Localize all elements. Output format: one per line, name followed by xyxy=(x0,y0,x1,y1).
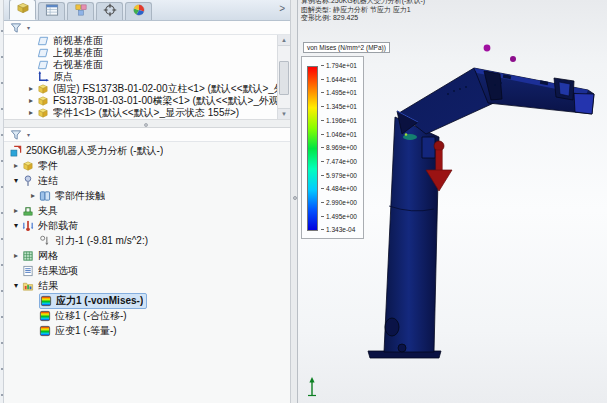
tree-item-label: 连结 xyxy=(38,174,58,188)
legend-value: 1.196e+01 xyxy=(321,118,357,125)
study-tree-item[interactable]: ▾外部载荷 xyxy=(4,218,290,233)
study-tree-item[interactable]: 位移1 (-合位移-) xyxy=(4,308,290,323)
legend-value: 4.484e+00 xyxy=(321,186,357,193)
mesh-icon xyxy=(22,249,35,262)
tab-feature-manager[interactable] xyxy=(9,0,36,20)
resultopts-icon xyxy=(22,264,35,277)
tree-item-label: 应变1 (-等量-) xyxy=(55,324,117,338)
contact-icon xyxy=(39,189,52,202)
filter-caret-icon: ▾ xyxy=(27,25,30,31)
legend-value: 1.644e+01 xyxy=(321,77,357,84)
study-tree-filter[interactable]: ▾ xyxy=(4,128,290,142)
expand-arrow-icon[interactable]: ▸ xyxy=(10,252,22,260)
item-box: 零部件接触 xyxy=(39,189,108,203)
study-tree-item[interactable]: 应力1 (-vonMises-) xyxy=(4,293,290,308)
study-tree-item[interactable]: 250KG机器人受力分析 (-默认-) xyxy=(4,143,290,158)
item-box: 结果选项 xyxy=(22,264,81,278)
study-tree-item[interactable]: 应变1 (-等量-) xyxy=(4,323,290,338)
collapse-arrow-icon[interactable]: ▾ xyxy=(10,282,22,290)
feature-tree-item[interactable]: 右视基准面 xyxy=(4,59,290,71)
study-tree-item[interactable]: 结果选项 xyxy=(4,263,290,278)
beam-end-cap xyxy=(574,94,594,115)
legend-value: 1.046e+01 xyxy=(321,132,357,139)
expand-arrow-icon[interactable]: ▸ xyxy=(27,192,39,200)
column-hole xyxy=(385,318,399,336)
legend-value: 1.345e+01 xyxy=(321,104,357,111)
item-box: 零件 xyxy=(22,159,61,173)
tree-item-label: 250KG机器人受力分析 (-默认-) xyxy=(26,144,163,158)
study-tree-item[interactable]: ▸零部件接触 xyxy=(4,188,290,203)
solidworks-window: > ▾ 前视基准面上视基准面右视基准面原点▸(固定) FS1373B-01-02… xyxy=(0,0,607,403)
stress-legend[interactable]: 1.794e+011.644e+011.495e+011.345e+011.19… xyxy=(301,56,364,239)
connections-icon xyxy=(22,174,35,187)
legend-value: 1.794e+01 xyxy=(321,63,357,70)
feature-tree-item[interactable]: 前视基准面 xyxy=(4,35,290,47)
item-box: 结果 xyxy=(22,279,61,293)
study-tree-item[interactable]: ▸夹具 xyxy=(4,203,290,218)
tree-item-label: 结果 xyxy=(38,279,58,293)
legend-value: 1.343e-04 xyxy=(321,227,357,234)
tree-item-label: 引力-1 (-9.81 m/s^2:) xyxy=(55,234,148,248)
feature-tree-item[interactable]: ▸零件1<1> (默认<<默认>_显示状态 155#>) xyxy=(4,107,290,119)
feature-tree-item[interactable]: 上视基准面 xyxy=(4,47,290,59)
study-tree-item[interactable]: ▸网格 xyxy=(4,248,290,263)
legend-value: 1.495e+01 xyxy=(321,90,357,97)
study-tree-item[interactable]: ▾结果 xyxy=(4,278,290,293)
tree-item-label: 结果选项 xyxy=(38,264,78,278)
item-box: 引力-1 (-9.81 m/s^2:) xyxy=(39,234,151,248)
parts-icon xyxy=(22,159,35,172)
legend-title: von Mises (N/mm^2 (MPa)) xyxy=(303,42,390,53)
tab-dimxpert-manager[interactable] xyxy=(96,2,123,20)
panel-resize-splitter[interactable] xyxy=(290,0,298,403)
panel-tabbar: > xyxy=(4,0,290,21)
plot-icon xyxy=(39,309,52,322)
study-tree-item[interactable]: ▸零件 xyxy=(4,158,290,173)
expand-arrow-icon[interactable]: ▸ xyxy=(25,85,37,93)
scroll-down-button[interactable]: ▼ xyxy=(278,108,290,119)
expand-arrow-icon[interactable]: ▸ xyxy=(25,109,37,117)
expand-arrow-icon[interactable]: ▸ xyxy=(25,97,37,105)
configuration-manager-icon xyxy=(74,3,88,21)
study-tree-item[interactable]: 引力-1 (-9.81 m/s^2:) xyxy=(4,233,290,248)
fixtures-icon xyxy=(22,204,35,217)
column-pocket xyxy=(422,137,435,158)
part-icon xyxy=(37,107,50,120)
tab-display-manager[interactable] xyxy=(125,2,152,20)
expand-arrow-icon[interactable]: ▸ xyxy=(10,162,22,170)
filter-caret-icon: ▾ xyxy=(27,132,30,138)
tree-item-label: 零件 xyxy=(38,159,58,173)
expand-arrow-icon[interactable]: ▸ xyxy=(10,207,22,215)
pane-splitter[interactable] xyxy=(4,119,290,128)
graphics-viewport[interactable]: 算例名称:250KG机器人受力分析(-默认-)图解类型: 静应力分析 节应力 应… xyxy=(298,0,607,403)
tree-item-label: 应力1 (-vonMises-) xyxy=(56,294,143,308)
tab-property-manager[interactable] xyxy=(38,2,65,20)
legend-color-bar xyxy=(307,66,318,231)
feature-tree-pane: 前视基准面上视基准面右视基准面原点▸(固定) FS1373B-01-02-00立… xyxy=(4,35,290,119)
scroll-up-button[interactable]: ▲ xyxy=(278,35,290,46)
results-icon xyxy=(22,279,35,292)
filter-funnel-icon xyxy=(10,128,23,141)
item-box: 网格 xyxy=(22,249,61,263)
legend-value: 1.495e+00 xyxy=(321,214,357,221)
item-box: 连结 xyxy=(22,174,61,188)
legend-value: 7.474e+00 xyxy=(321,159,357,166)
item-box: 位移1 (-合位移-) xyxy=(39,309,130,323)
simulation-study-tree: 250KG机器人受力分析 (-默认-)▸零件▾连结▸零部件接触▸夹具▾外部载荷引… xyxy=(4,142,290,403)
plot-icon xyxy=(39,324,52,337)
tab-configuration-manager[interactable] xyxy=(67,2,94,20)
study-tree-item[interactable]: ▾连结 xyxy=(4,173,290,188)
dimxpert-manager-icon xyxy=(103,3,117,21)
study-icon xyxy=(10,144,23,157)
tree-item-label: 位移1 (-合位移-) xyxy=(55,309,127,323)
feature-tree-scrollbar[interactable]: ▲ ▼ xyxy=(277,35,290,119)
plot-icon xyxy=(40,294,53,307)
item-box: 应变1 (-等量-) xyxy=(39,324,120,338)
tab-overflow-chevron[interactable]: > xyxy=(279,4,285,14)
legend-value: 8.969e+00 xyxy=(321,145,357,152)
scroll-thumb[interactable] xyxy=(279,61,289,95)
feature-tree-filter[interactable]: ▾ xyxy=(4,21,290,35)
collapse-arrow-icon[interactable]: ▾ xyxy=(10,222,22,230)
collapse-arrow-icon[interactable]: ▾ xyxy=(10,177,22,185)
tree-item-label: 零件1<1> (默认<<默认>_显示状态 155#>) xyxy=(53,106,239,119)
feature-manager-icon xyxy=(16,1,30,19)
